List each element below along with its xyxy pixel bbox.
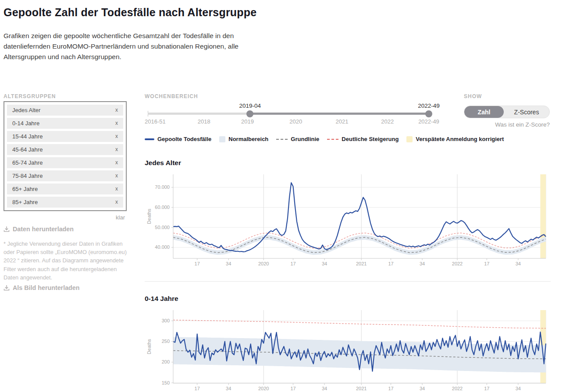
svg-text:150: 150 <box>162 380 170 385</box>
legend-swatch <box>327 139 338 140</box>
svg-text:34: 34 <box>516 261 521 266</box>
download-icon <box>4 285 10 291</box>
week-range-start-handle[interactable] <box>246 110 253 117</box>
download-image-label: Als Bild herunterladen <box>13 284 80 291</box>
svg-text:2020: 2020 <box>258 261 269 266</box>
show-option-zahl[interactable]: Zahl <box>464 106 504 118</box>
svg-text:17: 17 <box>290 386 295 391</box>
download-icon <box>4 226 10 232</box>
age-group-chip[interactable]: 0-14 Jahrex <box>7 118 123 129</box>
svg-text:60.000: 60.000 <box>155 205 170 210</box>
svg-text:40.000: 40.000 <box>155 244 170 250</box>
svg-text:250: 250 <box>162 339 170 344</box>
remove-icon[interactable]: x <box>115 118 118 129</box>
svg-text:34: 34 <box>322 386 327 391</box>
remove-icon[interactable]: x <box>115 105 118 116</box>
slider-tick-label: 2021 <box>335 118 348 125</box>
svg-text:200: 200 <box>162 359 170 364</box>
svg-text:2022: 2022 <box>452 386 463 391</box>
svg-text:300: 300 <box>162 318 170 323</box>
age-group-chip[interactable]: Jedes Alterx <box>7 105 123 116</box>
chart-jedes-alter: 40.00050.00060.00070.0001734202017342021… <box>145 170 551 275</box>
show-control: SHOW ZahlZ-Scores Was ist ein Z-Score? <box>464 93 550 129</box>
page-description: Grafiken zeigen die gepoolte wöchentlich… <box>4 31 275 62</box>
euromomo-deaths-page: Gepoolte Zahl der Todesfälle nach Alters… <box>0 0 566 392</box>
substantial-increase-line <box>173 320 546 328</box>
remove-icon[interactable]: x <box>115 131 118 142</box>
svg-text:34: 34 <box>322 261 327 266</box>
legend-item: Verspätete Anmeldung korrigiert <box>406 136 504 142</box>
chart-title-0-14-jahre: 0-14 Jahre <box>145 295 178 303</box>
chart-title-jedes-alter: Jedes Alter <box>145 159 181 167</box>
svg-text:34: 34 <box>226 386 231 391</box>
legend-label: Verspätete Anmeldung korrigiert <box>416 136 504 142</box>
age-group-chip-label: 45-64 Jahre <box>12 144 43 155</box>
remove-icon[interactable]: x <box>115 144 118 155</box>
svg-text:34: 34 <box>420 386 425 391</box>
svg-text:2020: 2020 <box>258 386 269 391</box>
week-range-end-handle[interactable] <box>425 110 432 117</box>
svg-text:70.000: 70.000 <box>155 184 170 190</box>
svg-text:17: 17 <box>195 386 200 391</box>
svg-text:2021: 2021 <box>356 261 367 266</box>
show-option-z-scores[interactable]: Z-Scores <box>504 106 549 118</box>
page-title: Gepoolte Zahl der Todesfälle nach Alters… <box>4 6 256 19</box>
week-range-selected-track[interactable] <box>250 113 429 115</box>
svg-text:2021: 2021 <box>356 386 367 391</box>
age-group-chip[interactable]: 85+ Jahrex <box>7 197 123 208</box>
legend-item: Deutliche Steigerung <box>327 136 399 142</box>
slider-tick-label: 2022 <box>381 118 394 125</box>
legend-item: Grundlinie <box>276 136 319 142</box>
week-range-start-value: 2019-04 <box>239 102 261 109</box>
legend-label: Deutliche Steigerung <box>342 136 399 142</box>
remove-icon[interactable]: x <box>115 184 118 194</box>
slider-tick-label: 2016-51 <box>145 118 166 125</box>
age-group-chip-label: 65+ Jahre <box>12 184 38 194</box>
remove-icon[interactable]: x <box>115 170 118 181</box>
age-group-chip[interactable]: 75-84 Jahrex <box>7 170 123 181</box>
age-group-chip-label: 15-44 Jahre <box>12 131 43 142</box>
slider-tick-label: 2022-49 <box>418 118 439 125</box>
legend-swatch <box>145 138 154 140</box>
remove-icon[interactable]: x <box>115 197 118 208</box>
chart-legend: Gepoolte TodesfälleNormalbereichGrundlin… <box>145 136 552 142</box>
svg-text:2022: 2022 <box>452 261 463 266</box>
svg-text:34: 34 <box>516 386 521 391</box>
svg-text:17: 17 <box>484 386 489 391</box>
chart-0-14-jahre: 1502002503001734202017342021173420221734… <box>145 306 551 392</box>
age-group-chip[interactable]: 45-64 Jahrex <box>7 144 123 155</box>
age-group-chip[interactable]: 65+ Jahrex <box>7 184 123 194</box>
age-group-chip[interactable]: 65-74 Jahrex <box>7 157 123 168</box>
legend-item: Gepoolte Todesfälle <box>145 136 211 142</box>
week-range-end-value: 2022-49 <box>418 102 440 109</box>
age-group-chip[interactable]: 15-44 Jahrex <box>7 131 123 142</box>
svg-text:17: 17 <box>484 261 489 266</box>
slider-tick-label: 2020 <box>289 118 302 125</box>
show-toggle: ZahlZ-Scores <box>464 106 550 118</box>
svg-text:17: 17 <box>195 261 200 266</box>
download-image-link[interactable]: Als Bild herunterladen <box>4 284 80 291</box>
clear-filters-link[interactable]: klar <box>4 214 125 221</box>
y-axis-label: Deaths <box>146 208 152 224</box>
svg-text:17: 17 <box>388 386 393 391</box>
citation-footnote: * Jegliche Verwendung dieser Daten in Gr… <box>4 240 128 282</box>
download-data-link[interactable]: Daten herunterladen <box>4 226 74 233</box>
section-divider <box>145 281 551 282</box>
svg-text:34: 34 <box>226 261 231 266</box>
legend-swatch <box>406 136 413 142</box>
zscore-help-link[interactable]: Was ist ein Z-Score? <box>495 121 550 128</box>
y-axis-label: Deaths <box>146 339 152 354</box>
legend-label: Normalbereich <box>228 136 268 142</box>
slider-tick-label: 2018 <box>198 118 210 125</box>
week-range-control: WOCHENBEREICH 2019-042022-492016-5120182… <box>145 93 447 128</box>
svg-text:17: 17 <box>388 261 393 266</box>
chart-canvas: 40.00050.00060.00070.0001734202017342021… <box>145 170 551 273</box>
age-group-chip-label: 65-74 Jahre <box>12 157 43 168</box>
show-label: SHOW <box>464 93 482 99</box>
slider-tick-label: 2019 <box>241 118 254 125</box>
age-groups-box: Jedes Alterx0-14 Jahrex15-44 Jahrex45-64… <box>4 101 127 211</box>
legend-swatch <box>219 136 225 142</box>
legend-item: Normalbereich <box>219 136 268 142</box>
remove-icon[interactable]: x <box>115 157 118 168</box>
svg-text:17: 17 <box>290 261 295 266</box>
